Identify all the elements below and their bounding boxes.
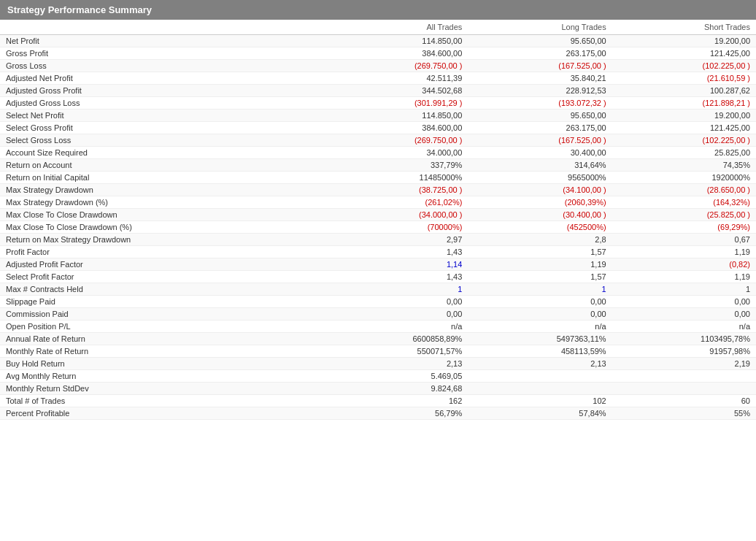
row-short-trades: 19.200,00 [612,110,756,122]
row-long-trades: 35.840,21 [468,72,612,85]
row-short-trades: 121.425,00 [612,122,756,134]
table-row: Percent Profitable56,79%57,84%55% [0,407,756,420]
row-long-trades: 263.175,00 [468,122,612,134]
row-short-trades: (102.225,00 ) [612,134,756,147]
row-long-trades: 9565000% [468,172,612,184]
row-long-trades: 1 [468,283,612,296]
row-long-trades: (167.525,00 ) [468,60,612,72]
row-label: Max Strategy Drawdown (%) [0,196,324,209]
row-short-trades [612,370,756,383]
row-short-trades: 0,00 [612,296,756,308]
row-short-trades: 1,19 [612,271,756,283]
table-row: Adjusted Profit Factor1,141,19(0,82) [0,258,756,271]
row-short-trades: 0,00 [612,308,756,321]
table-row: Account Size Required34.000,0030.400,002… [0,147,756,159]
row-all-trades: 1 [324,283,468,296]
row-label: Max Strategy Drawdown [0,184,324,196]
row-long-trades: 314,64% [468,159,612,172]
row-long-trades: n/a [468,321,612,333]
row-all-trades: 9.824,68 [324,383,468,395]
table-row: Max Close To Close Drawdown(34.000,00 )(… [0,209,756,221]
row-long-trades: 458113,59% [468,345,612,358]
table-row: Buy Hold Return2,132,132,19 [0,358,756,370]
row-all-trades: 2,97 [324,234,468,246]
row-short-trades: (102.225,00 ) [612,60,756,72]
row-short-trades: 1 [612,283,756,296]
row-label: Max Close To Close Drawdown (%) [0,221,324,234]
row-short-trades: 1,19 [612,246,756,258]
col-all-trades: All Trades [324,20,468,35]
row-all-trades: 114.850,00 [324,35,468,47]
row-label: Profit Factor [0,246,324,258]
row-label: Adjusted Net Profit [0,72,324,85]
row-all-trades: 2,13 [324,358,468,370]
row-label: Return on Account [0,159,324,172]
row-all-trades: (301.991,29 ) [324,97,468,110]
row-all-trades: (261,02%) [324,196,468,209]
row-all-trades: 337,79% [324,159,468,172]
row-all-trades: (38.725,00 ) [324,184,468,196]
row-label: Max Close To Close Drawdown [0,209,324,221]
row-all-trades: (34.000,00 ) [324,209,468,221]
performance-table: All Trades Long Trades Short Trades Net … [0,20,756,420]
row-long-trades: 1,57 [468,246,612,258]
row-all-trades: 162 [324,395,468,407]
row-long-trades [468,383,612,395]
row-label: Account Size Required [0,147,324,159]
row-long-trades: 263.175,00 [468,47,612,60]
row-long-trades: 0,00 [468,296,612,308]
row-label: Gross Profit [0,47,324,60]
table-row: Return on Account337,79%314,64%74,35% [0,159,756,172]
table-row: Monthly Rate of Return550071,57%458113,5… [0,345,756,358]
row-label: Adjusted Profit Factor [0,258,324,271]
row-label: Commission Paid [0,308,324,321]
table-row: Gross Loss(269.750,00 )(167.525,00 )(102… [0,60,756,72]
row-short-trades: n/a [612,321,756,333]
row-short-trades: 121.425,00 [612,47,756,60]
row-all-trades: 11485000% [324,172,468,184]
row-long-trades [468,370,612,383]
table-row: Adjusted Net Profit42.511,3935.840,21(21… [0,72,756,85]
row-long-trades: 1,19 [468,258,612,271]
row-all-trades: n/a [324,321,468,333]
table-row: Max Strategy Drawdown (%)(261,02%)(2060,… [0,196,756,209]
table-body: Net Profit114.850,0095.650,0019.200,00Gr… [0,35,756,420]
row-label: Select Gross Loss [0,134,324,147]
row-long-trades: 0,00 [468,308,612,321]
row-short-trades: 0,67 [612,234,756,246]
row-all-trades: 34.000,00 [324,147,468,159]
row-label: Net Profit [0,35,324,47]
row-long-trades: 102 [468,395,612,407]
table-row: Max Strategy Drawdown(38.725,00 )(34.100… [0,184,756,196]
table-row: Net Profit114.850,0095.650,0019.200,00 [0,35,756,47]
table-row: Return on Initial Capital11485000%956500… [0,172,756,184]
row-short-trades: 55% [612,407,756,420]
row-long-trades: 95.650,00 [468,110,612,122]
table-row: Annual Rate of Return6600858,89%5497363,… [0,333,756,345]
row-long-trades: (167.525,00 ) [468,134,612,147]
row-all-trades: 1,43 [324,271,468,283]
row-short-trades: 1920000% [612,172,756,184]
row-all-trades: (269.750,00 ) [324,134,468,147]
row-long-trades: 5497363,11% [468,333,612,345]
row-short-trades: 19.200,00 [612,35,756,47]
row-short-trades: 100.287,62 [612,85,756,97]
row-label: Avg Monthly Return [0,370,324,383]
table-row: Commission Paid0,000,000,00 [0,308,756,321]
row-all-trades: 550071,57% [324,345,468,358]
row-all-trades: (70000%) [324,221,468,234]
row-all-trades: 6600858,89% [324,333,468,345]
table-row: Select Gross Profit384.600,00263.175,001… [0,122,756,134]
row-label: Open Position P/L [0,321,324,333]
row-label: Monthly Rate of Return [0,345,324,358]
row-all-trades: 114.850,00 [324,110,468,122]
page-title: Strategy Performance Summary [0,0,756,20]
row-all-trades: 0,00 [324,308,468,321]
row-all-trades: 384.600,00 [324,47,468,60]
table-row: Adjusted Gross Profit344.502,68228.912,5… [0,85,756,97]
row-all-trades: 384.600,00 [324,122,468,134]
row-all-trades: 42.511,39 [324,72,468,85]
row-label: Total # of Trades [0,395,324,407]
row-all-trades: 1,43 [324,246,468,258]
row-label: Select Gross Profit [0,122,324,134]
